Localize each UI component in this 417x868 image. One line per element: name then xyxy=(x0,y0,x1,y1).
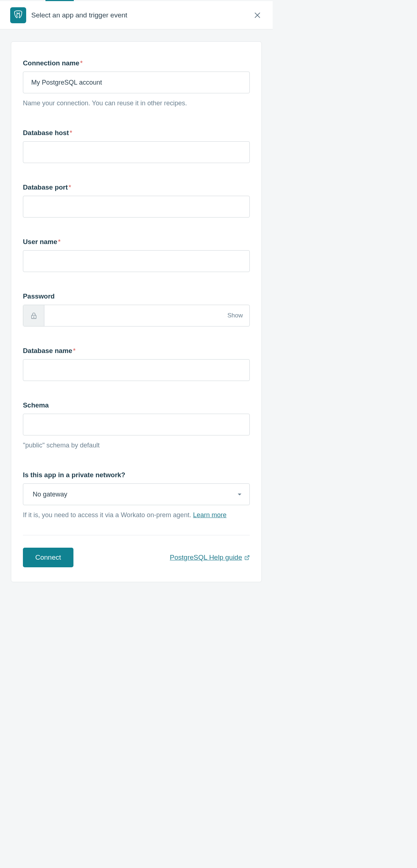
svg-line-6 xyxy=(246,556,249,558)
help-guide-link[interactable]: PostgreSQL Help guide xyxy=(170,553,250,561)
field-schema: Schema "public" schema by default xyxy=(23,401,250,450)
label-private-network: Is this app in a private network? xyxy=(23,471,250,479)
modal-header: Select an app and trigger event xyxy=(0,1,273,29)
close-icon xyxy=(253,11,261,19)
input-schema[interactable] xyxy=(23,414,250,435)
show-password-button[interactable]: Show xyxy=(221,305,249,326)
divider xyxy=(23,535,250,535)
learn-more-link[interactable]: Learn more xyxy=(193,511,226,519)
input-connection-name[interactable] xyxy=(23,72,250,93)
required-mark: * xyxy=(69,129,72,137)
field-connection-name: Connection name* Name your connection. Y… xyxy=(23,59,250,108)
helper-schema: "public" schema by default xyxy=(23,441,250,450)
connect-button[interactable]: Connect xyxy=(23,548,73,567)
field-database-host: Database host* xyxy=(23,129,250,163)
label-database-host: Database host* xyxy=(23,129,250,137)
required-mark: * xyxy=(58,238,61,246)
helper-connection-name: Name your connection. You can reuse it i… xyxy=(23,98,250,108)
label-database-port: Database port* xyxy=(23,183,250,191)
password-input-wrap: Show xyxy=(23,305,250,326)
field-private-network: Is this app in a private network? No gat… xyxy=(23,471,250,520)
label-user-name: User name* xyxy=(23,238,250,246)
postgresql-icon xyxy=(10,7,26,23)
input-database-host[interactable] xyxy=(23,141,250,163)
lock-icon xyxy=(30,311,38,320)
select-gateway[interactable]: No gateway xyxy=(23,483,250,505)
input-database-name[interactable] xyxy=(23,359,250,381)
svg-rect-5 xyxy=(33,317,34,318)
external-link-icon xyxy=(244,555,250,560)
input-password[interactable] xyxy=(44,305,221,326)
field-user-name: User name* xyxy=(23,238,250,272)
label-password: Password xyxy=(23,292,250,300)
select-gateway-value: No gateway xyxy=(33,491,67,498)
required-mark: * xyxy=(68,183,71,191)
label-schema: Schema xyxy=(23,401,250,409)
lock-icon-box xyxy=(23,305,44,326)
modal-title: Select an app and trigger event xyxy=(31,11,127,19)
helper-private-network: If it is, you need to access it via a Wo… xyxy=(23,510,250,520)
connection-form-card: Connection name* Name your connection. Y… xyxy=(11,41,262,582)
required-mark: * xyxy=(80,59,83,67)
svg-point-1 xyxy=(19,13,20,13)
close-button[interactable] xyxy=(252,10,262,20)
form-footer: Connect PostgreSQL Help guide xyxy=(23,548,250,567)
input-user-name[interactable] xyxy=(23,250,250,272)
field-database-name: Database name* xyxy=(23,347,250,381)
label-database-name: Database name* xyxy=(23,347,250,355)
required-mark: * xyxy=(73,347,76,354)
input-database-port[interactable] xyxy=(23,196,250,218)
svg-point-0 xyxy=(17,13,17,13)
field-database-port: Database port* xyxy=(23,183,250,218)
label-connection-name: Connection name* xyxy=(23,59,250,67)
field-password: Password Show xyxy=(23,292,250,326)
